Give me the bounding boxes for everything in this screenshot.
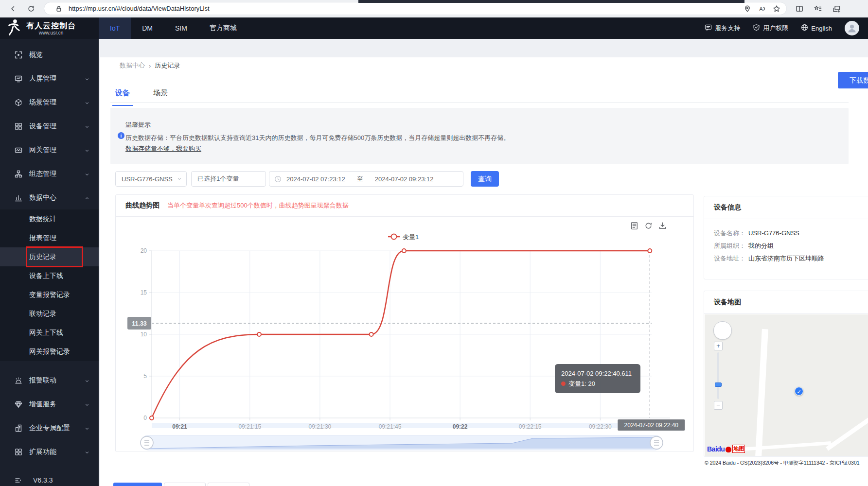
query-button[interactable]: 查询 [471, 171, 499, 187]
legend-item[interactable]: 变量1 [388, 233, 419, 241]
map-zoom-thumb[interactable] [715, 382, 722, 387]
topnav-right: 服务支持 用户权限 English [705, 17, 868, 39]
time-start-value[interactable]: 2024-07-02 07:23:12 [286, 175, 345, 183]
restore-icon[interactable] [644, 222, 653, 230]
breadcrumb-parent[interactable]: 数据中心 [120, 61, 145, 70]
user-avatar[interactable] [845, 21, 859, 35]
data-center-submenu: 数据统计报表管理历史记录设备上下线变量报警记录联动记录网关上下线网关报警记录 [0, 209, 99, 361]
sidebar-item-企业专属配置[interactable]: 企业专属配置 [0, 416, 99, 440]
data-view-icon[interactable] [630, 222, 638, 230]
data-point[interactable] [150, 416, 154, 420]
tab-设备[interactable]: 设备 [112, 87, 133, 103]
permission-link[interactable]: 用户权限 [753, 24, 788, 33]
sidebar-subitem-联动记录[interactable]: 联动记录 [0, 304, 99, 323]
map-zoom-in-button[interactable]: + [714, 342, 723, 350]
sidebar-item-大屏管理[interactable]: 大屏管理 [0, 67, 99, 90]
sidebar: 概览大屏管理场景管理设备管理网关管理组态管理数据中心数据统计报表管理历史记录设备… [0, 39, 99, 486]
back-icon[interactable] [7, 3, 18, 15]
split-screen-icon[interactable] [794, 3, 805, 15]
sidebar-item-组态管理[interactable]: 组态管理 [0, 162, 99, 186]
collapse-icon [15, 476, 22, 484]
variable-select[interactable]: 已选择1个变量 [191, 171, 266, 187]
data-point[interactable] [370, 332, 373, 336]
product-tab-DM[interactable]: DM [131, 17, 164, 39]
datazoom-handle-left[interactable] [141, 436, 153, 449]
svg-text:09:21:30: 09:21:30 [309, 423, 332, 430]
map-zoom-out-button[interactable]: − [714, 401, 723, 410]
favorites-hub-icon[interactable] [812, 3, 824, 15]
support-link[interactable]: 服务支持 [705, 24, 740, 33]
map-road [755, 329, 768, 456]
collections-icon[interactable] [831, 3, 842, 15]
sidebar-item-label: 企业专属配置 [29, 424, 70, 433]
refresh-icon[interactable] [25, 3, 37, 15]
sidebar-item-网关管理[interactable]: 网关管理 [0, 138, 99, 162]
baidu-map[interactable]: + − ✓ Baidu 地图 [705, 314, 868, 456]
chevron-down-icon [84, 171, 90, 177]
info-value: USR-G776-GNSS [748, 227, 799, 240]
datazoom-band[interactable] [152, 423, 652, 428]
support-label: 服务支持 [715, 24, 740, 33]
data-point[interactable] [648, 249, 652, 253]
value-icon [15, 400, 22, 408]
sidebar-subitem-历史记录[interactable]: 历史记录 [0, 247, 99, 266]
device-location-marker[interactable]: ✓ [795, 387, 803, 396]
sidebar-subitem-网关上下线[interactable]: 网关上下线 [0, 323, 99, 342]
sidebar-item-设备管理[interactable]: 设备管理 [0, 114, 99, 138]
trend-chart[interactable]: 0510152009:2109:21:1509:21:3009:21:4509:… [116, 217, 694, 451]
map-pan-control[interactable] [713, 321, 732, 340]
chart-title: 曲线趋势图 [125, 201, 159, 210]
language-switch[interactable]: English [801, 24, 832, 33]
product-tabs: IoTDMSIM官方商城 [99, 17, 248, 39]
download-data-button[interactable]: 下载数据 [838, 72, 868, 88]
top-navigation: 有人云控制台 www.usr.cn IoTDMSIM官方商城 服务支持 用户权限… [0, 17, 868, 39]
svg-text:10: 10 [141, 331, 147, 338]
brand-logo[interactable]: 有人云控制台 www.usr.cn [0, 17, 99, 39]
sidebar-subitem-报表管理[interactable]: 报表管理 [0, 228, 99, 247]
chevron-up-icon [84, 195, 90, 201]
sidebar-version[interactable]: V6.3.3 [0, 470, 99, 486]
device-map-card: 设备地图 + − ✓ Baidu 地图 [704, 291, 868, 457]
sidebar-subitem-网关报警记录[interactable]: 网关报警记录 [0, 342, 99, 361]
datazoom-slider[interactable] [141, 435, 663, 450]
device-select[interactable]: USR-G776-GNSS [115, 171, 187, 187]
sidebar-item-数据中心[interactable]: 数据中心 [0, 186, 99, 209]
address-bar[interactable]: https://mp.usr.cn/#/cloud/data/ViewDataH… [44, 2, 787, 15]
cutoff-button-2[interactable] [164, 483, 206, 486]
read-aloud-icon[interactable]: A [756, 3, 768, 15]
lock-icon [53, 3, 65, 15]
url-text[interactable]: https://mp.usr.cn/#/cloud/data/ViewDataH… [69, 5, 739, 12]
sidebar-item-概览[interactable]: 概览 [0, 43, 99, 67]
sidebar-item-场景管理[interactable]: 场景管理 [0, 90, 99, 114]
notice-body: 历史数据存储：平台历史数据默认支持查询近31天内的历史数据，每月可免费存储500… [125, 134, 510, 142]
location-icon[interactable] [742, 3, 753, 15]
data-point[interactable] [257, 332, 261, 336]
tab-场景[interactable]: 场景 [150, 87, 171, 103]
purchase-storage-link[interactable]: 数据存储量不够，我要购买 [125, 144, 201, 153]
cutoff-primary-button[interactable] [113, 483, 162, 486]
info-label: 设备名称： [714, 227, 745, 240]
chevron-down-icon [84, 76, 90, 82]
favorite-star-icon[interactable] [771, 3, 782, 15]
time-end-value[interactable]: 2024-07-02 09:23:12 [375, 175, 434, 183]
datazoom-handle-right[interactable] [650, 436, 663, 449]
time-range-picker[interactable]: 2024-07-02 07:23:12 至 2024-07-02 09:23:1… [269, 171, 463, 187]
sidebar-subitem-数据统计[interactable]: 数据统计 [0, 209, 99, 228]
sidebar-subitem-变量报警记录[interactable]: 变量报警记录 [0, 285, 99, 304]
sidebar-item-扩展功能[interactable]: 扩展功能 [0, 440, 99, 464]
product-tab-IoT[interactable]: IoT [99, 17, 131, 39]
product-tab-官方商城[interactable]: 官方商城 [198, 17, 248, 39]
topology-icon [15, 170, 22, 178]
info-icon [117, 132, 125, 139]
map-zoom-slider[interactable] [717, 352, 719, 399]
baidu-logo[interactable]: Baidu 地图 [707, 445, 745, 453]
sidebar-subitem-设备上下线[interactable]: 设备上下线 [0, 266, 99, 285]
sidebar-item-报警联动[interactable]: 报警联动 [0, 368, 99, 392]
svg-text:15: 15 [141, 289, 147, 296]
data-point[interactable] [402, 249, 406, 253]
chart-area[interactable]: 0510152009:2109:21:1509:21:3009:21:4509:… [116, 217, 693, 451]
save-image-icon[interactable] [658, 222, 667, 230]
sidebar-item-增值服务[interactable]: 增值服务 [0, 392, 99, 416]
cutoff-button-3[interactable] [208, 483, 249, 486]
product-tab-SIM[interactable]: SIM [164, 17, 198, 39]
